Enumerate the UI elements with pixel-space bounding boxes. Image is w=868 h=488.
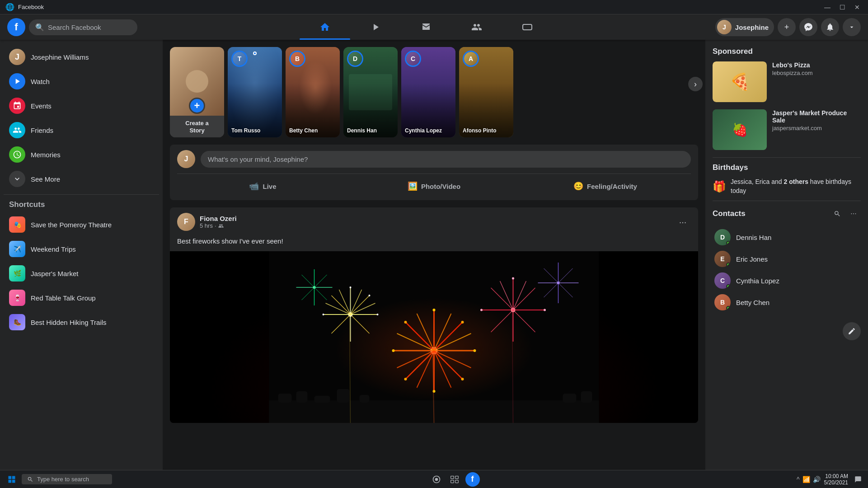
audience-icon — [218, 223, 224, 229]
story-cynthia[interactable]: C Cynthia Lopez — [401, 47, 455, 137]
nav-home-button[interactable] — [300, 16, 350, 38]
sidebar-item-memories[interactable]: Memories — [4, 143, 159, 166]
contact-dennis-avatar: D — [714, 229, 731, 245]
fireworks-background — [170, 251, 698, 423]
contacts-actions: ··· — [830, 206, 861, 221]
close-button[interactable]: ✕ — [852, 3, 863, 12]
nav-right-actions: J Josephine + — [715, 18, 861, 36]
ad-lebos-pizza[interactable]: 🍕 Lebo's Pizza lebospizza.com — [713, 61, 861, 102]
post-author-avatar: F — [177, 213, 195, 231]
afonso-story-avatar-ring: A — [463, 51, 479, 67]
create-story-plus-button[interactable]: + — [189, 98, 205, 114]
contact-betty[interactable]: B Betty Chen — [713, 291, 861, 313]
story-dennis[interactable]: D Dennis Han — [343, 47, 398, 137]
taskbar-task-view[interactable] — [446, 471, 463, 488]
sidebar-item-events[interactable]: Events — [4, 94, 159, 117]
maximize-button[interactable]: ☐ — [837, 3, 848, 12]
shortcut-redtable[interactable]: 🍷 Red Table Talk Group — [4, 286, 159, 310]
add-button[interactable]: + — [778, 18, 796, 36]
shortcut-pomeroy-label: Save the Pomeroy Theatre — [31, 221, 112, 229]
sidebar-see-more-label: See More — [31, 175, 60, 183]
contacts-header: Contacts ··· — [713, 206, 861, 221]
birthdays-title: Birthdays — [713, 163, 861, 172]
sidebar: J Josephine Williams Watch Events Friend… — [0, 40, 163, 470]
fireworks-svg — [170, 251, 698, 423]
notifications-button[interactable] — [821, 18, 839, 36]
start-button[interactable] — [4, 471, 20, 488]
contacts-search-button[interactable] — [830, 206, 845, 221]
user-name-nav: Josephine — [735, 23, 769, 31]
dennis-story-name: Dennis Han — [347, 127, 394, 134]
post-image — [170, 251, 698, 423]
nav-groups-button[interactable] — [451, 16, 502, 38]
new-message-button[interactable] — [843, 322, 861, 340]
sponsored-title: Sponsored — [713, 47, 861, 56]
minimize-button[interactable]: — — [821, 3, 833, 12]
svg-rect-89 — [269, 251, 599, 423]
nav-marketplace-button[interactable] — [401, 16, 451, 38]
sidebar-item-user-profile[interactable]: J Josephine Williams — [4, 45, 159, 69]
shortcut-weekend[interactable]: ✈️ Weekend Trips — [4, 237, 159, 261]
story-betty[interactable]: B Betty Chen — [286, 47, 340, 137]
shortcut-jasper[interactable]: 🌿 Jasper's Market — [4, 262, 159, 285]
photo-icon: 🖼️ — [408, 181, 418, 191]
contact-cynthia[interactable]: C Cynthia Lopez — [713, 270, 861, 291]
taskbar: Type here to search f ^ 📶 🔊 10:00 AM 5/2… — [0, 470, 868, 488]
wifi-icon[interactable]: 📶 — [802, 476, 810, 483]
ad-jasper-market[interactable]: 🍓 Jasper's Market Produce Sale jaspersma… — [713, 109, 861, 150]
post-more-button[interactable]: ··· — [675, 214, 691, 230]
search-input[interactable] — [48, 23, 131, 31]
post-author-name[interactable]: Fiona Ozeri — [200, 215, 670, 222]
sidebar-item-see-more[interactable]: See More — [4, 167, 159, 191]
taskbar-date-display: 5/20/2021 — [824, 479, 848, 486]
sidebar-item-watch[interactable]: Watch — [4, 70, 159, 93]
section-divider-birthdays — [713, 157, 861, 158]
section-divider-contacts — [713, 201, 861, 201]
window-controls: — ☐ ✕ — [821, 3, 863, 12]
contact-eric-name: Eric Jones — [736, 255, 768, 263]
taskbar-center: f — [428, 471, 481, 488]
taskbar-right: ^ 📶 🔊 10:00 AM 5/20/2021 — [797, 473, 864, 486]
taskbar-cortana[interactable] — [428, 471, 445, 488]
feeling-label: Feeling/Activity — [587, 183, 637, 190]
create-story-card[interactable]: + Create aStory — [170, 47, 224, 137]
post-actions: 📹 Live 🖼️ Photo/Video 😊 Feeling/Activity — [177, 174, 691, 195]
taskbar-search-bar[interactable]: Type here to search — [22, 474, 112, 484]
taskbar-time-display: 10:00 AM — [824, 473, 848, 479]
svg-point-91 — [435, 478, 438, 481]
live-button[interactable]: 📹 Live — [177, 178, 348, 195]
taskbar-facebook-app[interactable]: f — [464, 471, 481, 488]
title-bar-title: 🌐 Facebook — [5, 3, 44, 11]
tom-story-name: Tom Russo — [231, 127, 278, 134]
nav-gaming-button[interactable] — [502, 16, 553, 38]
story-afonso[interactable]: A Afonso Pinto — [459, 47, 513, 137]
messenger-button[interactable] — [799, 18, 817, 36]
ad-jasper-name: Jasper's Market Produce Sale — [772, 109, 861, 124]
volume-icon[interactable]: 🔊 — [813, 476, 821, 483]
facebook-logo[interactable]: f — [7, 18, 25, 36]
shortcut-pomeroy[interactable]: 🎭 Save the Pomeroy Theatre — [4, 213, 159, 236]
chevron-icon[interactable]: ^ — [797, 476, 800, 483]
taskbar-search-label: Type here to search — [37, 476, 89, 483]
nav-watch-button[interactable] — [350, 16, 401, 38]
sidebar-item-friends[interactable]: Friends — [4, 118, 159, 142]
post-text: Best fireworks show I've ever seen! — [170, 236, 698, 251]
dropdown-button[interactable] — [843, 18, 861, 36]
photo-video-button[interactable]: 🖼️ Photo/Video — [348, 178, 520, 195]
contact-eric[interactable]: E Eric Jones — [713, 248, 861, 270]
stories-next-button[interactable]: › — [687, 76, 704, 92]
contact-betty-avatar: B — [714, 294, 731, 310]
shortcut-hiking[interactable]: 🥾 Best Hidden Hiking Trails — [4, 310, 159, 334]
post-input[interactable]: What's on your mind, Josephine? — [201, 151, 691, 168]
feeling-button[interactable]: 😊 Feeling/Activity — [520, 178, 691, 195]
sidebar-events-label: Events — [31, 102, 52, 110]
notifications-taskbar-button[interactable] — [852, 473, 864, 486]
taskbar-clock[interactable]: 10:00 AM 5/20/2021 — [824, 473, 848, 486]
search-bar[interactable]: 🔍 — [29, 19, 137, 35]
svg-rect-93 — [455, 476, 458, 479]
story-tom[interactable]: T Tom Russo — [228, 47, 282, 137]
contact-dennis[interactable]: D Dennis Han — [713, 226, 861, 248]
user-profile-button[interactable]: J Josephine — [715, 18, 774, 36]
shortcut-pomeroy-thumb: 🎭 — [9, 216, 25, 233]
contacts-more-button[interactable]: ··· — [846, 206, 861, 221]
